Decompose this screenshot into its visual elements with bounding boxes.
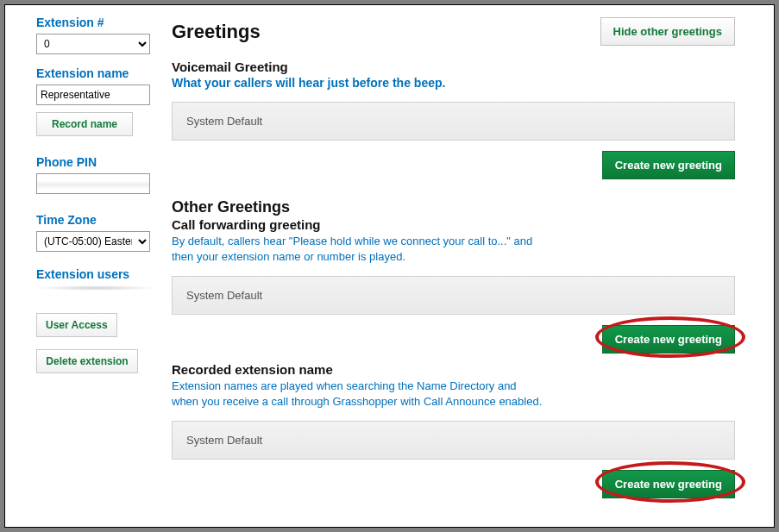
main-content: Greetings Hide other greetings Voicemail… bbox=[165, 5, 774, 527]
phone-pin-label: Phone PIN bbox=[36, 155, 156, 169]
call-forwarding-heading: Call forwarding greeting bbox=[172, 217, 735, 232]
page-title: Greetings bbox=[172, 21, 261, 43]
voicemail-greeting-box: System Default bbox=[172, 102, 735, 141]
extension-name-input[interactable] bbox=[36, 84, 150, 105]
phone-pin-input[interactable] bbox=[36, 173, 150, 194]
recorded-extension-greeting-box: System Default bbox=[172, 421, 735, 460]
extension-number-label: Extension # bbox=[36, 16, 156, 29]
user-access-button[interactable]: User Access bbox=[36, 313, 117, 337]
record-name-button[interactable]: Record name bbox=[36, 112, 133, 136]
recorded-extension-heading: Recorded extension name bbox=[172, 362, 735, 377]
recorded-extension-description: Extension names are played when searchin… bbox=[172, 379, 543, 409]
call-forwarding-description: By default, callers hear "Please hold wh… bbox=[172, 234, 543, 264]
create-voicemail-greeting-button[interactable]: Create new greeting bbox=[602, 151, 735, 179]
extension-users-label: Extension users bbox=[36, 267, 156, 281]
extension-number-select[interactable]: 0 bbox=[36, 34, 150, 54]
delete-extension-button[interactable]: Delete extension bbox=[36, 349, 138, 373]
create-recorded-extension-greeting-button[interactable]: Create new greeting bbox=[602, 470, 735, 498]
other-greetings-heading: Other Greetings bbox=[172, 198, 735, 216]
voicemail-greeting-heading: Voicemail Greeting bbox=[172, 59, 735, 74]
timezone-select[interactable]: (UTC-05:00) Easter bbox=[36, 231, 150, 252]
call-forwarding-greeting-box: System Default bbox=[172, 276, 735, 315]
divider bbox=[36, 285, 156, 291]
voicemail-subtitle: What your callers will hear just before … bbox=[172, 76, 735, 90]
settings-window: Extension # 0 Extension name Record name… bbox=[4, 4, 775, 528]
hide-other-greetings-button[interactable]: Hide other greetings bbox=[600, 17, 735, 46]
sidebar: Extension # 0 Extension name Record name… bbox=[5, 5, 165, 527]
timezone-label: Time Zone bbox=[36, 213, 156, 227]
create-call-forwarding-greeting-button[interactable]: Create new greeting bbox=[602, 325, 735, 354]
extension-name-label: Extension name bbox=[36, 66, 156, 80]
